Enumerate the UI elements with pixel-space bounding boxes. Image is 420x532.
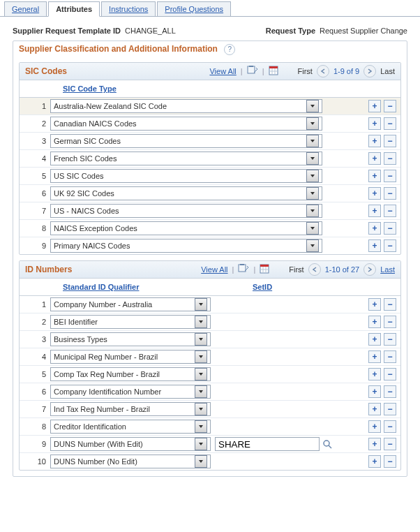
chevron-down-icon[interactable]: [306, 117, 319, 130]
id-qualifier-select[interactable]: Business Types: [50, 332, 211, 346]
view-all-link[interactable]: View All: [209, 67, 236, 75]
row-number: 7: [20, 207, 50, 215]
tab-profile-questions[interactable]: Profile Questions: [157, 1, 231, 16]
sic-col-header[interactable]: SIC Code Type: [57, 80, 400, 97]
sic-code-type-select[interactable]: German SIC Codes: [50, 134, 322, 148]
id-qualifier-select[interactable]: DUNS Number (With Edit): [50, 437, 211, 451]
help-icon[interactable]: ?: [224, 44, 235, 55]
delete-row-button[interactable]: −: [384, 170, 396, 182]
sic-code-type-select[interactable]: US SIC Codes: [50, 169, 322, 183]
next-icon[interactable]: [363, 263, 376, 276]
grid-options-icon[interactable]: [269, 66, 280, 77]
add-row-button[interactable]: +: [368, 100, 381, 112]
chevron-down-icon[interactable]: [195, 403, 207, 415]
id-qualifier-select[interactable]: Company Identification Number: [50, 385, 211, 399]
chevron-down-icon[interactable]: [195, 420, 207, 433]
add-row-button[interactable]: +: [368, 333, 381, 346]
id-qualifier-select[interactable]: Creditor Identification: [50, 420, 211, 434]
idn-col-setid[interactable]: SetID: [247, 279, 400, 295]
delete-row-button[interactable]: −: [384, 152, 396, 165]
add-row-button[interactable]: +: [368, 239, 381, 252]
add-row-button[interactable]: +: [368, 187, 381, 200]
add-row-button[interactable]: +: [368, 438, 381, 450]
chevron-down-icon[interactable]: [195, 368, 207, 380]
idn-col-qualifier[interactable]: Standard ID Qualifier: [57, 279, 247, 295]
chevron-down-icon[interactable]: [306, 205, 319, 217]
setid-input[interactable]: [215, 437, 320, 451]
add-row-button[interactable]: +: [368, 152, 381, 165]
add-row-button[interactable]: +: [368, 455, 381, 468]
add-row-button[interactable]: +: [368, 170, 381, 182]
chevron-down-icon[interactable]: [195, 298, 207, 311]
chevron-down-icon[interactable]: [195, 316, 207, 328]
delete-row-button[interactable]: −: [384, 438, 396, 450]
delete-row-button[interactable]: −: [384, 333, 396, 346]
chevron-down-icon[interactable]: [306, 152, 319, 165]
delete-row-button[interactable]: −: [384, 403, 396, 415]
row-number: 5: [20, 370, 50, 378]
chevron-down-icon[interactable]: [306, 170, 319, 182]
chevron-down-icon[interactable]: [195, 455, 207, 468]
request-type-label: Request Type: [266, 27, 315, 35]
add-row-button[interactable]: +: [368, 135, 381, 147]
chevron-down-icon[interactable]: [195, 350, 207, 363]
id-qualifier-select[interactable]: DUNS Number (No Edit): [50, 455, 211, 468]
sic-code-type-select[interactable]: UK 92 SIC Codes: [50, 186, 322, 200]
delete-row-button[interactable]: −: [384, 368, 396, 380]
sic-code-type-select[interactable]: US - NAICS Codes: [50, 204, 322, 218]
chevron-down-icon[interactable]: [195, 438, 207, 450]
add-row-button[interactable]: +: [368, 222, 381, 235]
id-qualifier-select[interactable]: BEI Identifier: [50, 315, 211, 329]
zoom-icon[interactable]: [247, 66, 258, 77]
add-row-button[interactable]: +: [368, 350, 381, 363]
id-qualifier-select[interactable]: Company Number - Australia: [50, 297, 211, 311]
delete-row-button[interactable]: −: [384, 298, 396, 311]
id-qualifier-select[interactable]: Municipal Reg Number - Brazil: [50, 350, 211, 364]
delete-row-button[interactable]: −: [384, 205, 396, 217]
delete-row-button[interactable]: −: [384, 316, 396, 328]
tab-attributes[interactable]: Attributes: [48, 1, 100, 17]
sic-code-type-select[interactable]: French SIC Codes: [50, 152, 322, 165]
add-row-button[interactable]: +: [368, 316, 381, 328]
add-row-button[interactable]: +: [368, 403, 381, 415]
chevron-down-icon[interactable]: [306, 187, 319, 200]
prev-icon[interactable]: [317, 65, 329, 77]
view-all-link[interactable]: View All: [201, 265, 227, 274]
add-row-button[interactable]: +: [368, 420, 381, 433]
sic-code-type-select[interactable]: NAICS Exception Codes: [50, 221, 322, 235]
chevron-down-icon[interactable]: [195, 385, 207, 398]
chevron-down-icon[interactable]: [306, 239, 319, 252]
delete-row-button[interactable]: −: [384, 239, 396, 252]
delete-row-button[interactable]: −: [384, 420, 396, 433]
add-row-button[interactable]: +: [368, 368, 381, 380]
chevron-down-icon[interactable]: [306, 100, 319, 112]
sic-code-type-select[interactable]: Primary NAICS Codes: [50, 239, 322, 253]
sic-code-type-select[interactable]: Australia-New Zealand SIC Code: [50, 99, 322, 113]
next-icon[interactable]: [363, 65, 376, 77]
delete-row-button[interactable]: −: [384, 455, 396, 468]
delete-row-button[interactable]: −: [384, 135, 396, 147]
delete-row-button[interactable]: −: [384, 222, 396, 235]
tab-instructions[interactable]: Instructions: [101, 1, 156, 16]
zoom-icon[interactable]: [238, 264, 249, 275]
id-qualifier-select[interactable]: Comp Tax Reg Number - Brazil: [50, 367, 211, 381]
last-link[interactable]: Last: [380, 265, 395, 274]
delete-row-button[interactable]: −: [384, 117, 396, 130]
add-row-button[interactable]: +: [368, 298, 381, 311]
lookup-icon[interactable]: [322, 439, 332, 449]
prev-icon[interactable]: [308, 263, 321, 276]
chevron-down-icon[interactable]: [306, 135, 319, 147]
id-qualifier-select[interactable]: Ind Tax Reg Number - Brazil: [50, 402, 211, 416]
chevron-down-icon[interactable]: [306, 222, 319, 235]
tab-general[interactable]: General: [4, 1, 47, 16]
delete-row-button[interactable]: −: [384, 100, 396, 112]
grid-options-icon[interactable]: [260, 264, 271, 275]
add-row-button[interactable]: +: [368, 385, 381, 398]
chevron-down-icon[interactable]: [195, 333, 207, 346]
delete-row-button[interactable]: −: [384, 187, 396, 200]
sic-code-type-select[interactable]: Canadian NAICS Codes: [50, 117, 322, 131]
delete-row-button[interactable]: −: [384, 350, 396, 363]
add-row-button[interactable]: +: [368, 117, 381, 130]
add-row-button[interactable]: +: [368, 205, 381, 217]
delete-row-button[interactable]: −: [384, 385, 396, 398]
